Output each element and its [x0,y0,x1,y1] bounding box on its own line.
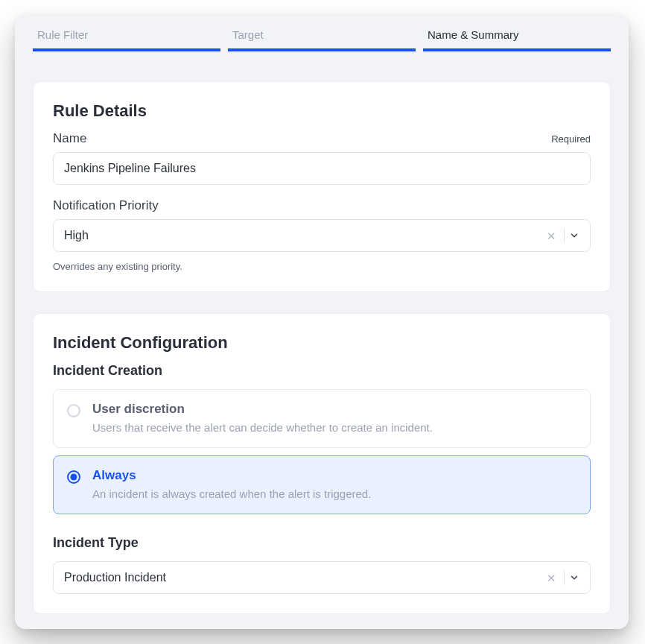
dialog-container: Rule Filter Target Name & Summary Rule D… [15,15,629,629]
incident-type-select[interactable]: Production Incident ✕ [53,561,591,594]
radio-body: User discretion Users that receive the a… [92,402,576,435]
priority-field: Notification Priority High ✕ Overrides a… [53,198,591,272]
field-header: Name Required [53,131,591,146]
incident-type-label: Incident Type [53,535,591,551]
incident-creation-label: Incident Creation [53,363,591,379]
incident-creation-radio-group: User discretion Users that receive the a… [53,389,591,514]
priority-label: Notification Priority [53,198,159,213]
incident-config-card: Incident Configuration Incident Creation… [33,313,611,614]
radio-icon [67,404,80,417]
clear-icon[interactable]: ✕ [542,572,561,584]
radio-title: User discretion [92,402,576,417]
chevron-down-icon [569,230,579,241]
radio-option-user-discretion[interactable]: User discretion Users that receive the a… [53,389,591,448]
wizard-tabs: Rule Filter Target Name & Summary [15,15,629,51]
content-area: Rule Details Name Required Notification … [15,51,629,614]
radio-icon [67,470,80,484]
radio-body: Always An incident is always created whe… [92,468,576,502]
tab-label: Target [232,28,264,41]
tab-rule-filter[interactable]: Rule Filter [33,28,220,51]
chevron-down-icon [569,572,579,583]
radio-description: Users that receive the alert can decide … [92,420,576,435]
clear-icon[interactable]: ✕ [542,230,561,242]
rule-details-heading: Rule Details [53,101,591,121]
incident-type-field: Incident Type Production Incident ✕ [53,535,591,594]
name-input[interactable] [53,152,591,185]
priority-select[interactable]: High ✕ [53,219,591,252]
incident-config-heading: Incident Configuration [53,333,591,353]
required-badge: Required [551,133,591,145]
radio-title: Always [92,468,576,483]
name-label: Name [53,131,86,146]
tab-target[interactable]: Target [228,28,416,51]
tab-name-summary[interactable]: Name & Summary [423,28,611,51]
tab-label: Name & Summary [428,28,519,41]
divider [564,570,565,585]
priority-hint: Overrides any existing priority. [53,261,591,272]
divider [564,228,565,243]
radio-option-always[interactable]: Always An incident is always created whe… [53,455,591,514]
tab-label: Rule Filter [37,28,88,41]
rule-details-card: Rule Details Name Required Notification … [33,81,611,292]
field-header: Notification Priority [53,198,591,213]
priority-value: High [64,229,542,242]
name-field: Name Required [53,131,591,185]
radio-description: An incident is always created when the a… [92,486,576,502]
incident-type-value: Production Incident [64,571,542,584]
